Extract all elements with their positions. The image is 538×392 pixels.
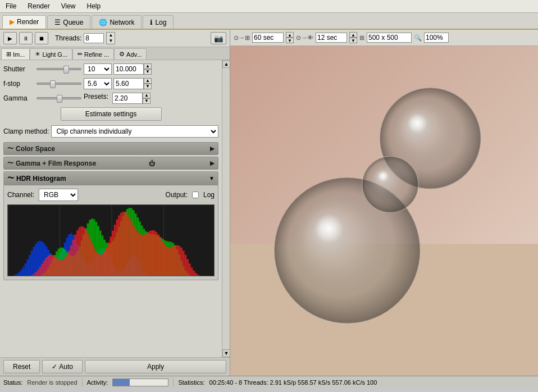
gamma-value-input[interactable] xyxy=(112,93,143,104)
shutter-spin-down[interactable]: ▼ xyxy=(144,69,152,75)
shutter-label: Shutter xyxy=(3,65,34,73)
log-label: Log xyxy=(203,191,215,199)
subtab-refine[interactable]: ✏ Refine ... xyxy=(72,48,114,60)
shutter-input-group: 10 20 30 ▲ ▼ xyxy=(84,63,152,75)
play-button[interactable]: ▶ xyxy=(3,32,17,44)
stats-label: Statistics: xyxy=(178,379,204,386)
threads-input[interactable] xyxy=(84,33,104,43)
tab-log[interactable]: ℹ Log xyxy=(143,15,174,29)
gamma-slider-thumb[interactable] xyxy=(57,95,62,103)
subtab-light[interactable]: ☀ Light G... xyxy=(30,48,72,60)
refine-subtab-label: Refine ... xyxy=(84,51,109,58)
clamp-row: Clamp method: Clip channels individually… xyxy=(3,125,218,138)
menu-help[interactable]: Help xyxy=(84,1,104,11)
menu-render[interactable]: Render xyxy=(24,1,53,11)
status-divider1 xyxy=(82,378,83,387)
status-value: Render is stopped xyxy=(27,379,77,386)
panel-scroll-container: Shutter 10 20 30 ▲ ▼ xyxy=(0,60,230,357)
fstop-spin-up[interactable]: ▲ xyxy=(144,78,152,84)
tab-queue[interactable]: ☰ Queue xyxy=(47,15,90,29)
shutter-slider-thumb[interactable] xyxy=(63,66,69,74)
log-tab-label: Log xyxy=(155,19,166,26)
output-label: Output: xyxy=(166,191,188,199)
network-tab-icon: 🌐 xyxy=(99,19,107,26)
fstop-row: f-stop 5.6 8 ▲ ▼ xyxy=(3,78,218,89)
refine-subtab-icon: ✏ xyxy=(77,51,83,58)
tab-network[interactable]: 🌐 Network xyxy=(92,15,142,29)
color-space-wave-icon: 〜 xyxy=(7,144,13,153)
render-time1-spinner: ▲ ▼ xyxy=(286,32,294,43)
stats-value: 00:25:40 - 8 Threads: 2.91 kS/p 558.57 k… xyxy=(209,379,377,386)
render-canvas xyxy=(230,46,538,376)
fstop-select[interactable]: 5.6 8 xyxy=(84,78,112,89)
right-panel: ⊙→⊞ ▲ ▼ ⊙→👁 ▲ ▼ ⊞ 🔍 xyxy=(230,30,538,376)
menu-view[interactable]: View xyxy=(58,1,79,11)
color-space-header[interactable]: 〜 Color Space ▶ xyxy=(3,142,218,155)
render-time2-spin-down[interactable]: ▼ xyxy=(349,38,357,43)
scrollbar-up-button[interactable]: ▲ xyxy=(222,60,230,68)
shutter-select[interactable]: 10 20 30 xyxy=(84,63,112,75)
menu-file[interactable]: File xyxy=(2,1,20,11)
hdr-histogram-header[interactable]: 〜 HDR Histogram ▼ xyxy=(4,172,218,185)
render-time2-spin-up[interactable]: ▲ xyxy=(349,32,357,38)
render-zoom-input[interactable] xyxy=(424,33,449,43)
render-time2-input[interactable] xyxy=(316,33,347,43)
histogram-canvas xyxy=(8,205,215,276)
activity-bar xyxy=(112,379,168,386)
threads-spin-down[interactable]: ▼ xyxy=(107,38,115,44)
auto-button[interactable]: ✓ Auto xyxy=(42,360,83,373)
gamma-spin-down[interactable]: ▼ xyxy=(143,98,151,104)
color-space-label: Color Space xyxy=(16,145,55,153)
shutter-slider-track[interactable] xyxy=(37,68,81,70)
apply-button[interactable]: Apply xyxy=(85,360,226,373)
panel-scrollbar: ▲ ▼ xyxy=(222,60,230,357)
render-image-area xyxy=(230,46,538,376)
camera-button[interactable]: 📷 xyxy=(211,32,226,44)
shutter-value-input[interactable] xyxy=(113,63,144,75)
fstop-value-input[interactable] xyxy=(113,78,144,89)
fstop-slider-track[interactable] xyxy=(37,83,81,85)
hdr-collapse-icon: ▼ xyxy=(209,175,215,181)
stop-button[interactable]: ⏹ xyxy=(35,32,48,44)
pause-button[interactable]: ⏸ xyxy=(19,32,33,44)
tab-render[interactable]: ▶ Render xyxy=(2,15,46,29)
fstop-spin-down[interactable]: ▼ xyxy=(144,84,152,89)
scrollbar-track[interactable] xyxy=(222,68,230,349)
threads-spin-up[interactable]: ▲ xyxy=(107,33,115,38)
threads-spinner: ▲ ▼ xyxy=(106,32,115,44)
render-time1-spin-up[interactable]: ▲ xyxy=(286,32,294,38)
render-size-icon: ⊞ xyxy=(359,34,364,42)
gamma-slider-track[interactable] xyxy=(37,97,81,99)
shutter-row: Shutter 10 20 30 ▲ ▼ xyxy=(3,63,218,75)
bottom-buttons: Reset ✓ Auto Apply xyxy=(0,357,230,376)
fstop-spinner: ▲ ▼ xyxy=(144,78,152,89)
fstop-slider-thumb[interactable] xyxy=(50,80,56,88)
shutter-spin-up[interactable]: ▲ xyxy=(144,63,152,69)
render-time1-spin-down[interactable]: ▼ xyxy=(286,38,294,43)
status-bar: Status: Render is stopped Activity: Stat… xyxy=(0,376,538,388)
queue-tab-icon: ☰ xyxy=(54,19,61,26)
gamma-row: Gamma Presets: ▲ ▼ xyxy=(3,93,218,104)
adv-subtab-label: Adv... xyxy=(126,51,142,58)
gamma-film-power-icon[interactable]: ⏻ xyxy=(149,160,155,167)
render-size-input[interactable] xyxy=(367,33,412,43)
hdr-body: Channel: RGB R G B Luminance Output: Log xyxy=(4,185,218,280)
clamp-label: Clamp method: xyxy=(3,127,49,135)
auto-checkmark-icon: ✓ xyxy=(52,363,57,371)
activity-fill xyxy=(113,379,129,386)
render-time1-input[interactable] xyxy=(252,33,284,43)
gamma-spin-up[interactable]: ▲ xyxy=(143,93,151,98)
reset-button[interactable]: Reset xyxy=(3,360,40,373)
gamma-film-header[interactable]: 〜 Gamma + Film Response ⏻ ▶ xyxy=(3,157,218,170)
clamp-select[interactable]: Clip channels individually Clip all chan… xyxy=(51,125,218,138)
render-toolbar: ⊙→⊞ ▲ ▼ ⊙→👁 ▲ ▼ ⊞ 🔍 xyxy=(230,30,538,46)
log-checkbox[interactable] xyxy=(192,192,199,198)
gamma-label: Gamma xyxy=(3,94,34,102)
log-tab-icon: ℹ xyxy=(150,19,153,26)
scrollbar-down-button[interactable]: ▼ xyxy=(222,349,230,357)
subtab-adv[interactable]: ⚙ Adv... xyxy=(114,48,147,60)
render-time1-icon: ⊙→⊞ xyxy=(234,34,250,42)
channel-select[interactable]: RGB R G B Luminance xyxy=(39,189,78,201)
estimate-settings-button[interactable]: Estimate settings xyxy=(61,107,162,121)
subtab-image[interactable]: ⊞ Im... xyxy=(1,48,30,60)
